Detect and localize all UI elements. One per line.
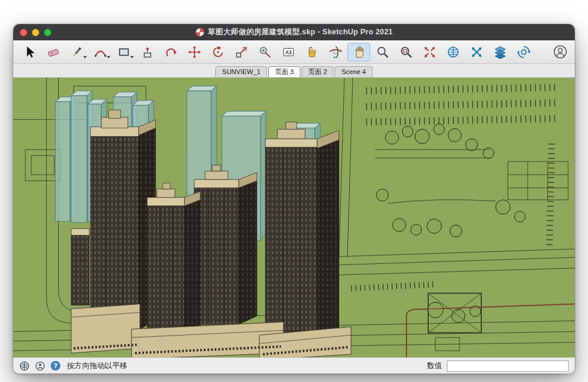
extension-warehouse-tool[interactable] [465,43,488,61]
viewport-3d-scene[interactable] [13,78,575,357]
zoom-extents-tool[interactable] [418,43,441,61]
title-bar: 草图大师做的房屋建筑模型.skp - SketchUp Pro 2021 [13,24,575,40]
measurement-label: 数值 [427,361,442,371]
help-glyph: ? [54,362,58,369]
window-title: 草图大师做的房屋建筑模型.skp - SketchUp Pro 2021 [208,27,393,37]
zoom-window-tool[interactable] [394,43,417,61]
status-bar: ? 按方向拖动以平移 数值 [13,357,575,374]
model-settings-tool[interactable] [512,43,535,61]
select-tool[interactable] [18,43,41,61]
measurement-box: 数值 [427,360,569,372]
toolbar-tools: A1 [18,43,535,61]
push-pull-tool[interactable] [136,43,159,61]
credit-person-icon [35,361,45,371]
arc-icon [93,45,107,59]
tower-1 [90,110,156,331]
bglobe-icon [446,45,460,59]
scale-tool[interactable] [230,43,253,61]
dim-icon: A1 [282,45,296,59]
zoomwin-icon [399,45,413,59]
send-to-layout-tool[interactable] [488,43,511,61]
scale-icon [235,45,248,59]
dropdown-arrow-icon[interactable] [130,56,134,58]
account-icon [553,45,567,59]
scene-tab-2[interactable]: 页面 3 [268,66,300,77]
tower-2 [147,183,200,341]
tower-3 [194,165,257,324]
geolocation-button[interactable] [19,361,30,371]
rotate-tool[interactable] [206,43,229,61]
paint-bucket-tool[interactable] [300,43,323,61]
sketchup-logo-icon [195,28,204,37]
bx-icon [470,45,484,59]
account-button[interactable] [552,43,569,60]
followme-icon [164,45,178,59]
pan-tool[interactable] [347,43,370,61]
hand-icon [352,45,366,59]
bucket-icon [305,45,319,59]
scene-tabs: SUNVIEW_1页面 3页面 2Scene 4 [13,64,575,78]
measurement-input[interactable] [447,360,569,372]
move-icon [188,45,201,59]
arc-tool[interactable] [89,43,112,61]
scene-tab-1[interactable]: SUNVIEW_1 [215,66,267,77]
blayers-icon [493,45,507,59]
scene-tab-3[interactable]: 页面 2 [302,66,334,77]
scene-tab-4[interactable]: Scene 4 [335,66,372,77]
pushpull-icon [141,45,154,59]
modeling-viewport[interactable] [13,78,575,357]
tape-measure-tool[interactable] [253,43,276,61]
window-controls [20,24,51,40]
dropdown-arrow-icon[interactable] [107,56,110,58]
zoom-window-button[interactable] [44,29,51,36]
follow-me-tool[interactable] [159,43,182,61]
pencil-icon [70,45,84,59]
shapes-icon [117,45,131,59]
dimension-tool[interactable]: A1 [277,43,300,61]
svg-text:A1: A1 [285,49,291,55]
minimize-button[interactable] [32,29,39,36]
toolbar: A1 [13,40,575,64]
move-tool[interactable] [183,43,206,61]
help-button[interactable]: ? [51,361,60,371]
sketchup-window: 草图大师做的房屋建筑模型.skp - SketchUp Pro 2021 A1 … [13,24,575,374]
rotate-icon [211,45,225,59]
claim-credit-button[interactable] [35,361,45,371]
dropdown-arrow-icon[interactable] [83,56,87,58]
line-tool[interactable] [65,43,88,61]
3d-warehouse-tool[interactable] [441,43,464,61]
zoom-icon [376,45,390,59]
geolocation-icon [19,361,30,371]
tower-4 [265,122,339,345]
midrise-building [71,228,89,305]
orbit-tool[interactable] [324,43,347,61]
zoomext-icon [423,45,437,59]
tape-icon [258,45,272,59]
bgear-icon [517,45,531,59]
orbit-icon [329,45,343,59]
cursor-icon [23,45,37,59]
eraser-icon [46,45,60,59]
close-button[interactable] [20,29,27,36]
status-hint: 按方向拖动以平移 [67,361,127,371]
zoom-tool[interactable] [371,43,394,61]
eraser-tool[interactable] [42,43,65,61]
shapes-tool[interactable] [112,43,135,61]
